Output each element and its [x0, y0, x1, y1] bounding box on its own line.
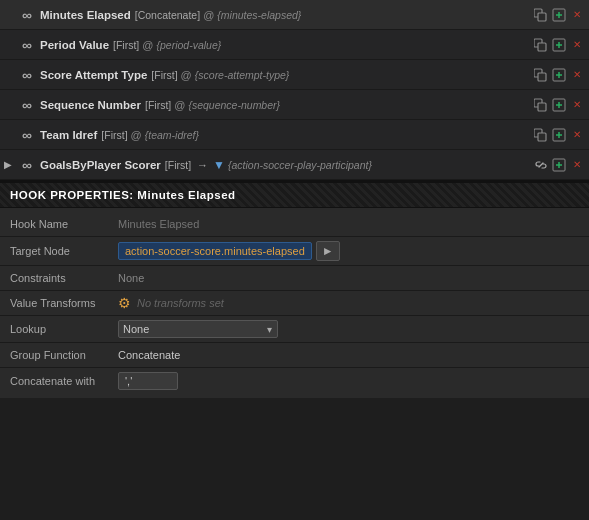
row-name-sequence-number: Sequence Number: [40, 99, 141, 111]
row-action-delete-btn-3[interactable]: ✕: [569, 97, 585, 113]
target-node-value: action-soccer-score.minutes-elapsed ►: [110, 236, 589, 265]
add-icon-5: [552, 158, 566, 172]
row-minutes-elapsed[interactable]: ∞ Minutes Elapsed [Concatenate] @ {minut…: [0, 0, 589, 30]
hook-properties-title-item: Minutes Elapsed: [137, 189, 235, 201]
row-expand-goals-by-player[interactable]: ▶: [4, 159, 18, 170]
row-at-sequence-number: @: [174, 99, 185, 111]
row-name-period-value: Period Value: [40, 39, 109, 51]
row-field-minutes-elapsed: {minutes-elapsed}: [217, 9, 533, 21]
infinity-icon-4: ∞: [22, 127, 32, 143]
infinity-icon-2: ∞: [22, 67, 32, 83]
row-action-delete-btn-5[interactable]: ✕: [569, 157, 585, 173]
row-arrow-goals-by-player: →: [197, 159, 208, 171]
row-action-add-btn-2[interactable]: [551, 67, 567, 83]
row-team-idref[interactable]: ∞ Team Idref [First] @ {team-idref} ✕: [0, 120, 589, 150]
squares-icon-2: [534, 68, 548, 82]
row-action-add-btn-1[interactable]: [551, 37, 567, 53]
row-name-team-idref: Team Idref: [40, 129, 97, 141]
row-field-period-value: {period-value}: [156, 39, 533, 51]
row-actions-goals-by-player: ✕: [533, 157, 585, 173]
target-node-text: action-soccer-score.minutes-elapsed: [118, 242, 312, 260]
row-goals-by-player[interactable]: ▶ ∞ GoalsByPlayer Scorer [First] → ▼ {ac…: [0, 150, 589, 180]
target-node-label: Target Node: [0, 236, 110, 265]
row-action-delete-btn-4[interactable]: ✕: [569, 127, 585, 143]
row-name-score-attempt-type: Score Attempt Type: [40, 69, 147, 81]
constraints-value: None: [110, 265, 589, 290]
transforms-icon: ⚙: [118, 295, 131, 311]
link-icon-5: [534, 158, 548, 172]
row-action-squares-btn-2[interactable]: [533, 67, 549, 83]
row-icon-period-value: ∞: [18, 36, 36, 54]
row-action-add-btn-5[interactable]: [551, 157, 567, 173]
row-tag-goals-by-player: [First]: [165, 159, 191, 171]
infinity-icon-5: ∞: [22, 157, 32, 173]
group-function-value: Concatenate: [110, 342, 589, 367]
row-action-add-btn-0[interactable]: [551, 7, 567, 23]
add-icon-0: [552, 8, 566, 22]
row-icon-sequence-number: ∞: [18, 96, 36, 114]
row-action-delete-btn-0[interactable]: ✕: [569, 7, 585, 23]
add-icon-4: [552, 128, 566, 142]
rows-container: ∞ Minutes Elapsed [Concatenate] @ {minut…: [0, 0, 589, 182]
row-tag-minutes-elapsed: [Concatenate]: [135, 9, 200, 21]
row-tag-period-value: [First]: [113, 39, 139, 51]
row-action-add-btn-3[interactable]: [551, 97, 567, 113]
row-field-goals-by-player: {action-soccer-play-participant}: [228, 159, 533, 171]
svg-rect-6: [538, 43, 546, 51]
row-at-team-idref: @: [131, 129, 142, 141]
lookup-select-wrapper: None Lookup1 Lookup2: [118, 320, 278, 338]
props-grid: Hook Name Target Node action-soccer-scor…: [0, 208, 589, 398]
row-icon-score-attempt-type: ∞: [18, 66, 36, 84]
add-icon-1: [552, 38, 566, 52]
row-action-add-btn-4[interactable]: [551, 127, 567, 143]
row-field-score-attempt-type: {score-attempt-type}: [195, 69, 533, 81]
hook-properties-panel: HOOK PROPERTIES: Minutes Elapsed Hook Na…: [0, 182, 589, 398]
row-action-squares-btn-4[interactable]: [533, 127, 549, 143]
row-at-minutes-elapsed: @: [203, 9, 214, 21]
row-tag-sequence-number: [First]: [145, 99, 171, 111]
lookup-value: None Lookup1 Lookup2: [110, 315, 589, 342]
row-actions-period-value: ✕: [533, 37, 585, 53]
row-sequence-number[interactable]: ∞ Sequence Number [First] @ {sequence-nu…: [0, 90, 589, 120]
svg-rect-11: [538, 73, 546, 81]
squares-icon-3: [534, 98, 548, 112]
filter-icon-goals-by-player[interactable]: ▼: [213, 158, 225, 172]
row-actions-team-idref: ✕: [533, 127, 585, 143]
row-action-delete-btn-1[interactable]: ✕: [569, 37, 585, 53]
value-transforms-label: Value Transforms: [0, 290, 110, 315]
target-node-arrow-btn[interactable]: ►: [316, 241, 340, 261]
row-field-team-idref: {team-idref}: [145, 129, 533, 141]
lookup-label: Lookup: [0, 315, 110, 342]
hook-name-input[interactable]: [118, 218, 581, 230]
concatenate-with-value: [110, 367, 589, 394]
group-function-label: Group Function: [0, 342, 110, 367]
row-action-squares-btn-0[interactable]: [533, 7, 549, 23]
row-name-minutes-elapsed: Minutes Elapsed: [40, 9, 131, 21]
value-transforms-value: ⚙ No transforms set: [110, 290, 589, 315]
squares-icon-4: [534, 128, 548, 142]
constraints-text: None: [118, 272, 144, 284]
squares-icon-0: [534, 8, 548, 22]
lookup-select[interactable]: None Lookup1 Lookup2: [118, 320, 278, 338]
add-icon-2: [552, 68, 566, 82]
row-action-squares-btn-3[interactable]: [533, 97, 549, 113]
row-score-attempt-type[interactable]: ∞ Score Attempt Type [First] @ {score-at…: [0, 60, 589, 90]
row-period-value[interactable]: ∞ Period Value [First] @ {period-value} …: [0, 30, 589, 60]
group-function-text: Concatenate: [118, 349, 180, 361]
row-icon-team-idref: ∞: [18, 126, 36, 144]
squares-icon-1: [534, 38, 548, 52]
infinity-icon-3: ∞: [22, 97, 32, 113]
row-tag-score-attempt-type: [First]: [151, 69, 177, 81]
row-action-squares-btn-1[interactable]: [533, 37, 549, 53]
concatenate-with-input[interactable]: [118, 372, 178, 390]
row-at-score-attempt-type: @: [181, 69, 192, 81]
row-action-delete-btn-2[interactable]: ✕: [569, 67, 585, 83]
row-actions-score-attempt-type: ✕: [533, 67, 585, 83]
svg-rect-1: [538, 13, 546, 21]
constraints-label: Constraints: [0, 265, 110, 290]
row-action-link-btn-5[interactable]: [533, 157, 549, 173]
hook-name-label: Hook Name: [0, 212, 110, 236]
transforms-text: No transforms set: [137, 297, 224, 309]
svg-rect-21: [538, 133, 546, 141]
svg-rect-16: [538, 103, 546, 111]
